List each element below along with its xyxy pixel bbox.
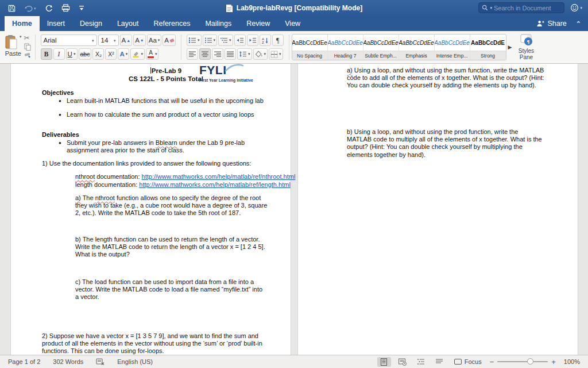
zoom-out-icon[interactable]: − xyxy=(490,358,494,366)
print-layout-view-icon[interactable] xyxy=(377,357,391,367)
styles-pane-button[interactable]: ¶ Styles Pane xyxy=(513,34,539,60)
tab-layout[interactable]: Layout xyxy=(110,16,146,31)
decrease-indent-button[interactable] xyxy=(234,34,246,46)
page-2[interactable]: a) Using a loop, and without using the s… xyxy=(297,64,578,355)
quick-access-toolbar: ▾ xyxy=(0,4,115,12)
format-painter-icon[interactable] xyxy=(24,53,32,60)
cut-icon[interactable]: ✂ xyxy=(24,35,32,41)
shrink-font-button[interactable]: A▼ xyxy=(133,34,146,46)
clipboard-group: ▾ Paste ✂ xyxy=(3,34,33,60)
style-strong[interactable]: AaBbCcDdE Strong xyxy=(470,34,506,60)
show-paragraph-marks-button[interactable]: ¶ xyxy=(272,34,284,46)
save-icon[interactable] xyxy=(8,5,16,12)
print-icon[interactable] xyxy=(61,4,70,12)
tab-insert[interactable]: Insert xyxy=(40,16,72,31)
increase-indent-icon xyxy=(249,37,257,44)
align-left-button[interactable] xyxy=(187,48,198,60)
line-spacing-button[interactable]: ▾ xyxy=(237,48,252,60)
search-input[interactable] xyxy=(494,5,561,12)
font-family-select[interactable]: Arial ▾ xyxy=(41,34,97,46)
doc-title-line: Pre-Lab 9 xyxy=(152,67,181,74)
increase-indent-button[interactable] xyxy=(247,34,258,46)
multilevel-list-button[interactable]: ▾ xyxy=(218,34,233,46)
style-intense-emphasis[interactable]: AaBbCcDdEe Intense Emp... xyxy=(435,34,470,60)
style-no-spacing[interactable]: AaBbCcDdEe No Spacing xyxy=(292,34,328,60)
font-group: Arial ▾ 14 ▾ A▲ A▼ Aa▾ A B I U▾ abc X₂ X… xyxy=(38,34,179,60)
deliverables-heading: Deliverables xyxy=(42,131,79,139)
text-cursor xyxy=(150,67,151,74)
justify-button[interactable] xyxy=(225,48,236,60)
italic-button[interactable]: I xyxy=(53,48,65,60)
text-effects-button[interactable]: A▾ xyxy=(118,48,129,60)
undo-icon[interactable]: ▾ xyxy=(24,5,36,12)
paste-clipboard-icon xyxy=(5,34,18,50)
superscript-button[interactable]: X² xyxy=(105,48,117,60)
styles-pane-label: Styles Pane xyxy=(513,48,539,60)
zoom-percentage[interactable]: 100% xyxy=(564,358,580,365)
document-icon xyxy=(226,4,233,13)
underline-button[interactable]: U▾ xyxy=(66,48,78,60)
justify-icon xyxy=(226,51,234,57)
zoom-slider-knob[interactable] xyxy=(527,358,533,365)
sort-az-icon: AZ xyxy=(261,37,269,44)
sort-button[interactable]: AZ xyxy=(260,34,271,46)
styles-gallery-more-icon[interactable]: ▶ xyxy=(508,44,512,50)
focus-toggle[interactable]: Focus xyxy=(454,358,482,365)
feedback-dropdown-caret[interactable]: ▾ xyxy=(580,6,582,10)
numbered-list-button[interactable]: ▾ xyxy=(203,34,218,46)
page-count[interactable]: Page 1 of 2 xyxy=(8,358,40,365)
clear-formatting-button[interactable]: A xyxy=(163,34,176,46)
style-subtle-emphasis[interactable]: AaBbCcDdEe Subtle Emph... xyxy=(363,34,399,60)
subscript-button[interactable]: X₂ xyxy=(92,48,104,60)
grow-font-button[interactable]: A▲ xyxy=(120,34,133,46)
zoom-in-icon[interactable]: + xyxy=(551,358,556,366)
tab-review[interactable]: Review xyxy=(239,16,277,31)
nthroot-doc-link[interactable]: http://www.mathworks.com/help/matlab/ref… xyxy=(142,173,296,180)
align-right-button[interactable] xyxy=(212,48,223,60)
paint-bucket-icon xyxy=(255,51,263,57)
style-heading-7[interactable]: AaBbCcDdEe Heading 7 xyxy=(328,34,363,60)
document-workspace: Pre-Lab 9 CS 122L - 5 Points Total FYLI … xyxy=(0,64,588,355)
paste-button[interactable]: ▾ Paste xyxy=(5,34,22,57)
draft-view-icon[interactable] xyxy=(432,357,446,367)
web-layout-view-icon[interactable] xyxy=(396,357,409,367)
zoom-slider-track[interactable] xyxy=(497,361,548,362)
customize-toolbar-icon[interactable] xyxy=(79,5,84,12)
undo-dropdown-caret[interactable]: ▾ xyxy=(34,6,36,10)
strikethrough-button[interactable]: abc xyxy=(79,48,92,60)
paste-dropdown-caret[interactable]: ▾ xyxy=(20,34,22,39)
outline-view-icon[interactable] xyxy=(414,357,428,367)
align-center-button[interactable] xyxy=(199,48,211,60)
smiley-feedback-icon[interactable]: ▾ xyxy=(570,3,582,12)
length-doc-link[interactable]: http://www.mathworks.com/help/matlab/ref… xyxy=(139,181,291,188)
font-size-value: 14 xyxy=(101,37,109,44)
collapse-ribbon-icon[interactable]: ⌃ xyxy=(576,20,581,28)
tab-references[interactable]: References xyxy=(146,16,198,31)
change-case-button[interactable]: Aa▾ xyxy=(147,34,162,46)
search-box[interactable]: ▾ xyxy=(478,2,564,13)
borders-button[interactable]: ▾ xyxy=(269,48,283,60)
misspelled-word: Bblearn xyxy=(156,139,177,146)
share-button[interactable]: Share xyxy=(536,20,566,28)
focus-icon xyxy=(454,359,462,365)
bullet-list-button[interactable]: ▾ xyxy=(187,34,202,46)
proofing-errors-icon[interactable] xyxy=(96,358,105,366)
word-count[interactable]: 302 Words xyxy=(53,358,83,365)
bold-button[interactable]: B xyxy=(41,48,52,60)
tab-design[interactable]: Design xyxy=(72,16,110,31)
style-emphasis[interactable]: AaBbCcDdEe Emphasis xyxy=(399,34,435,60)
language-selector[interactable]: English (US) xyxy=(117,358,153,365)
copy-icon[interactable] xyxy=(24,43,31,51)
bullet-list-icon xyxy=(188,37,196,44)
tab-home[interactable]: Home xyxy=(5,16,40,31)
redo-icon[interactable] xyxy=(45,4,53,12)
font-size-select[interactable]: 14 ▾ xyxy=(98,34,119,46)
tab-mailings[interactable]: Mailings xyxy=(198,16,239,31)
search-scope-caret[interactable]: ▾ xyxy=(490,6,492,10)
highlight-color-button[interactable]: ▾ xyxy=(130,48,145,60)
tab-view[interactable]: View xyxy=(277,16,308,31)
shading-button[interactable]: ▾ xyxy=(253,48,268,60)
font-color-button[interactable]: A ▾ xyxy=(146,48,159,60)
fyli-tagline: First Year Learning Initiative xyxy=(199,76,268,84)
page-1[interactable]: Pre-Lab 9 CS 122L - 5 Points Total FYLI … xyxy=(10,64,291,355)
